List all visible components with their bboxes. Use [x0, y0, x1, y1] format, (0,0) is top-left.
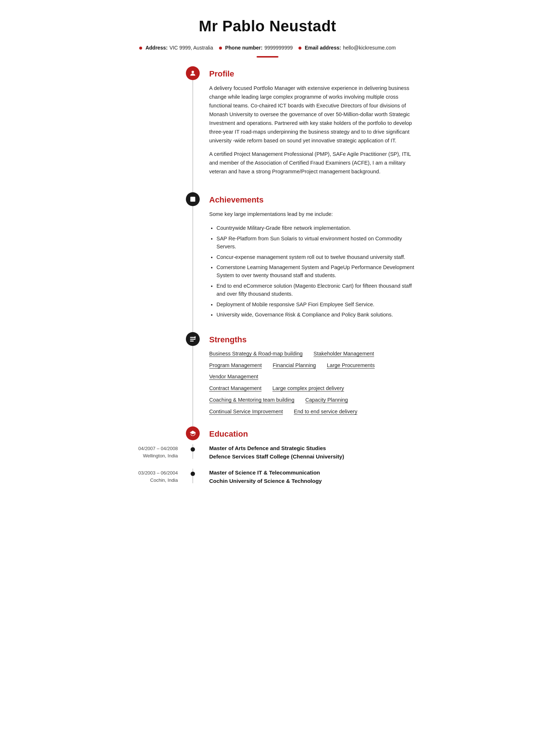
edu-degree-0: Master of Arts Defence and Strategic Stu… — [209, 444, 417, 453]
edu-title-spacer — [118, 426, 184, 444]
profile-para1: A delivery focused Portfolio Manager wit… — [209, 84, 417, 145]
address-label: Address: — [145, 44, 168, 52]
address-value: VIC 9999, Australia — [169, 44, 213, 52]
achievement-item: SAP Re-Platform from Sun Solaris to virt… — [216, 235, 417, 251]
strengths-row: Coaching & Mentoring team buildingCapaci… — [209, 396, 417, 404]
strength-item: Capacity Planning — [305, 396, 348, 404]
strengths-row: Business Strategy & Road-map buildingSta… — [209, 350, 417, 358]
svg-rect-5 — [195, 336, 196, 338]
edu-location-0: Wellington, India — [118, 452, 178, 460]
achievement-item: End to end eCommerce solution (Magento E… — [216, 282, 417, 298]
edu-line-above — [192, 469, 193, 472]
strength-item: Stakeholder Management — [313, 350, 374, 358]
phone-value: 9999999999 — [264, 44, 293, 52]
profile-spacer — [118, 66, 184, 192]
edu-line-below — [192, 452, 193, 459]
strengths-content: Strengths Business Strategy & Road-map b… — [202, 332, 417, 427]
achievement-item: Deployment of Mobile responsive SAP Fior… — [216, 300, 417, 308]
achievements-vline — [192, 206, 193, 332]
achievement-item: University wide, Governance Risk & Compl… — [216, 311, 417, 319]
profile-title: Profile — [209, 68, 417, 80]
phone-label: Phone number: — [225, 44, 263, 52]
full-name: Mr Pablo Neustadt — [118, 15, 417, 38]
email-item: Email address: hello@kickresume.com — [298, 44, 396, 52]
profile-section: Profile A delivery focused Portfolio Man… — [118, 66, 417, 192]
strength-item: Program Management — [209, 362, 262, 370]
strengths-icon-col — [184, 332, 202, 427]
strengths-icon — [186, 332, 200, 346]
svg-rect-3 — [190, 339, 196, 340]
address-dot — [139, 47, 142, 50]
edu-school-1: Cochin University of Science & Technolog… — [209, 477, 417, 485]
achievements-icon — [186, 192, 200, 206]
profile-para2: A certified Project Management Professio… — [209, 150, 417, 176]
edu-location-1: Cochin, India — [118, 477, 178, 484]
strengths-row: Program ManagementFinancial PlanningLarg… — [209, 362, 417, 381]
achievements-icon-col — [184, 192, 202, 332]
edu-date-range-1: 03/2003 – 06/2004 — [118, 469, 178, 477]
svg-rect-4 — [190, 340, 194, 342]
achievements-intro: Some key large implementations lead by m… — [209, 210, 417, 219]
edu-center-col — [184, 469, 202, 483]
achievements-title: Achievements — [209, 194, 417, 206]
header: Mr Pablo Neustadt — [118, 15, 417, 38]
strengths-grid: Business Strategy & Road-map buildingSta… — [209, 350, 417, 416]
edu-title-content: Education — [202, 426, 417, 444]
edu-left-dates: 03/2003 – 06/2004 Cochin, India — [118, 469, 184, 484]
edu-line-above — [192, 444, 193, 447]
profile-icon-col — [184, 66, 202, 192]
edu-left-dates: 04/2007 – 04/2008 Wellington, India — [118, 444, 184, 459]
education-icon — [186, 426, 200, 440]
edu-line-below — [192, 476, 193, 483]
achievements-spacer — [118, 192, 184, 332]
profile-content: Profile A delivery focused Portfolio Man… — [202, 66, 417, 192]
achievements-body: Some key large implementations lead by m… — [209, 210, 417, 319]
strengths-row: Continual Service ImprovementEnd to end … — [209, 408, 417, 416]
profile-vline — [192, 80, 193, 192]
education-section: Education 04/2007 – 04/2008 Wellington, … — [118, 426, 417, 493]
strength-item: Coaching & Mentoring team building — [209, 396, 294, 404]
edu-outer-row: 03/2003 – 06/2004 Cochin, India Master o… — [118, 469, 417, 485]
strength-item: Large complex project delivery — [272, 385, 344, 393]
strengths-title: Strengths — [209, 334, 417, 346]
profile-body: A delivery focused Portfolio Manager wit… — [209, 84, 417, 176]
header-divider — [257, 56, 278, 58]
achievement-item: Cornerstone Learning Management System a… — [216, 263, 417, 280]
edu-right-content: Master of Arts Defence and Strategic Stu… — [202, 444, 417, 461]
edu-outer-row: 04/2007 – 04/2008 Wellington, India Mast… — [118, 444, 417, 461]
email-dot — [298, 47, 301, 50]
strength-item: Contract Management — [209, 385, 261, 393]
edu-school-0: Defence Services Staff College (Chennai … — [209, 453, 417, 461]
edu-degree-1: Master of Science IT & Telecommunication — [209, 469, 417, 477]
strengths-vline — [192, 346, 193, 427]
strength-item: End to end service delivery — [294, 408, 357, 416]
phone-item: Phone number: 9999999999 — [219, 44, 293, 52]
profile-icon — [186, 66, 200, 80]
sections-wrapper: Profile A delivery focused Portfolio Man… — [118, 66, 417, 493]
education-title: Education — [209, 428, 417, 440]
email-label: Email address: — [305, 44, 341, 52]
edu-dot — [191, 472, 195, 476]
achievements-section: Achievements Some key large implementati… — [118, 192, 417, 332]
edu-center-col — [184, 444, 202, 459]
strengths-spacer — [118, 332, 184, 427]
strength-item: Continual Service Improvement — [209, 408, 283, 416]
strength-item: Financial Planning — [273, 362, 316, 370]
address-item: Address: VIC 9999, Australia — [139, 44, 213, 52]
edu-dot — [191, 447, 195, 452]
achievements-content: Achievements Some key large implementati… — [202, 192, 417, 332]
edu-icon-wrap — [184, 426, 202, 444]
achievement-item: Concur-expense management system roll ou… — [216, 253, 417, 261]
page: Mr Pablo Neustadt Address: VIC 9999, Aus… — [104, 0, 431, 515]
achievements-list: Countrywide Military-Grade fibre network… — [216, 224, 417, 319]
strength-item: Business Strategy & Road-map building — [209, 350, 302, 358]
strength-item: Large Procurements — [327, 362, 375, 370]
strengths-row: Contract ManagementLarge complex project… — [209, 385, 417, 393]
achievement-item: Countrywide Military-Grade fibre network… — [216, 224, 417, 232]
svg-rect-1 — [190, 197, 195, 202]
svg-point-0 — [192, 71, 194, 73]
edu-title-row: Education — [118, 426, 417, 444]
strengths-section: Strengths Business Strategy & Road-map b… — [118, 332, 417, 427]
edu-date-range-0: 04/2007 – 04/2008 — [118, 445, 178, 452]
strength-item: Vendor Management — [209, 373, 258, 381]
